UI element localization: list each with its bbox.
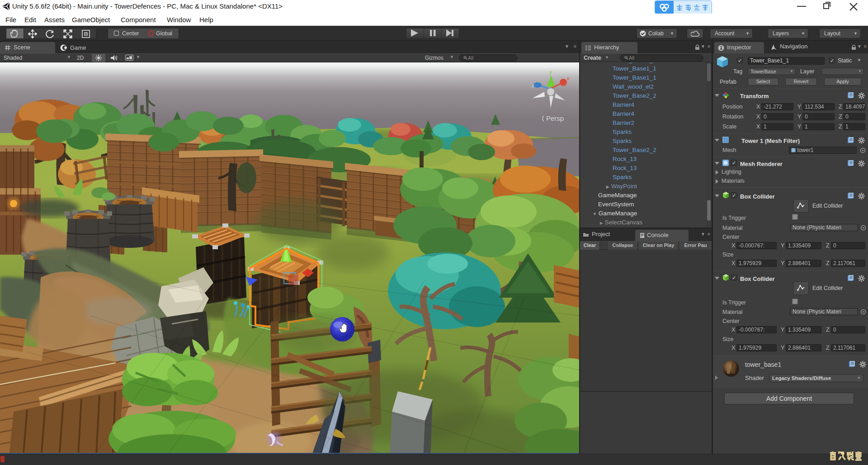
- svg-text:⟨ Persp: ⟨ Persp: [542, 114, 564, 122]
- svg-text:z: z: [532, 83, 534, 88]
- svg-text:x: x: [567, 76, 570, 81]
- svg-text:y: y: [549, 69, 552, 75]
